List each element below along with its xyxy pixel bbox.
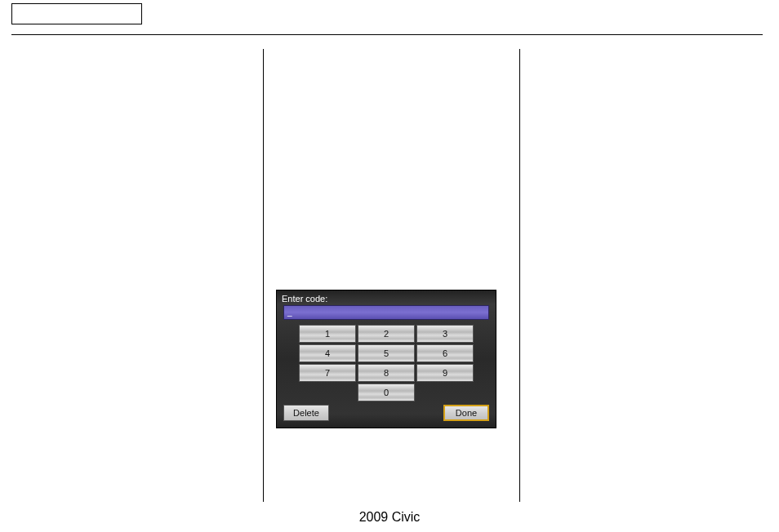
numeric-keypad: 1 2 3 4 5 6 7 8 9 0	[277, 325, 496, 401]
key-3[interactable]: 3	[416, 325, 474, 343]
enter-code-label: Enter code:	[277, 290, 496, 305]
key-7[interactable]: 7	[299, 364, 356, 382]
top-empty-box	[11, 3, 142, 24]
column-divider-right	[519, 49, 520, 502]
key-1[interactable]: 1	[299, 325, 356, 343]
key-6[interactable]: 6	[416, 344, 474, 362]
column-divider-left	[263, 49, 264, 502]
bottom-button-row: Delete Done	[277, 405, 496, 421]
key-9[interactable]: 9	[416, 364, 474, 382]
footer-text: 2009 Civic	[0, 510, 779, 525]
horizontal-rule	[11, 34, 763, 35]
done-button[interactable]: Done	[443, 405, 489, 421]
code-input-field[interactable]: _	[283, 305, 489, 320]
enter-code-screen: Enter code: _ 1 2 3 4 5 6 7 8 9 0 Delete…	[276, 290, 496, 428]
key-2[interactable]: 2	[358, 325, 415, 343]
delete-button[interactable]: Delete	[283, 405, 329, 421]
key-8[interactable]: 8	[358, 364, 415, 382]
key-4[interactable]: 4	[299, 344, 356, 362]
key-0[interactable]: 0	[358, 383, 415, 401]
key-5[interactable]: 5	[358, 344, 415, 362]
